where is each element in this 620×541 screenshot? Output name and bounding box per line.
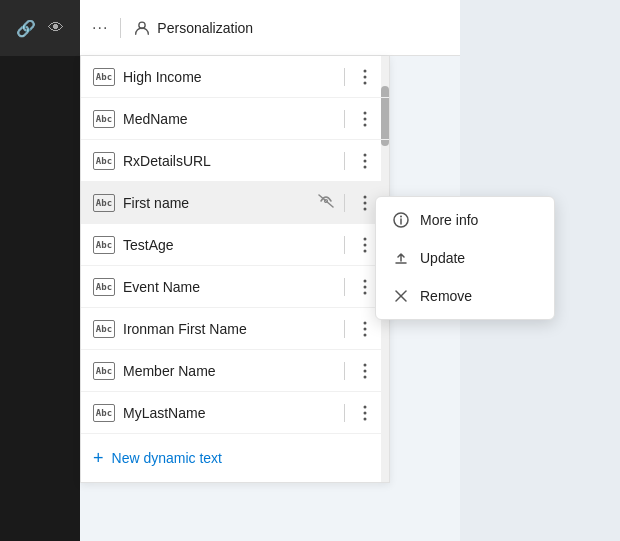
abc-icon: Abc [93,194,115,212]
item-right-icons [340,359,377,383]
svg-point-2 [364,75,367,78]
item-menu-button[interactable] [353,107,377,131]
item-right-icons [340,317,377,341]
item-menu-button[interactable] [353,233,377,257]
left-toolbar: 🔗 👁 [0,0,80,56]
item-separator [344,194,345,212]
update-icon [392,249,410,267]
svg-point-15 [364,237,367,240]
item-right-icons [340,401,377,425]
svg-point-28 [364,411,367,414]
item-separator [344,278,345,296]
context-menu-label-remove: Remove [420,288,472,304]
toolbar: ··· Personalization [80,0,460,56]
item-menu-button[interactable] [353,149,377,173]
svg-point-9 [364,165,367,168]
more-info-icon [392,211,410,229]
svg-point-29 [364,417,367,420]
svg-point-8 [364,159,367,162]
svg-point-12 [364,195,367,198]
svg-point-19 [364,285,367,288]
toolbar-title-area: Personalization [133,19,253,37]
svg-point-16 [364,243,367,246]
dropdown-item[interactable]: AbcTestAge [81,224,389,266]
abc-icon: Abc [93,404,115,422]
context-menu-label-update: Update [420,250,465,266]
item-menu-button[interactable] [353,317,377,341]
item-label: TestAge [123,237,340,253]
plus-icon: + [93,448,104,469]
dropdown-item[interactable]: AbcHigh Income [81,56,389,98]
dropdown-panel: AbcHigh Income AbcMedName AbcRxDetailsUR… [80,56,390,483]
svg-point-3 [364,81,367,84]
abc-icon: Abc [93,110,115,128]
dropdown-item[interactable]: AbcMember Name [81,350,389,392]
svg-point-24 [364,363,367,366]
item-right-icons [340,107,377,131]
item-menu-button[interactable] [353,65,377,89]
svg-point-1 [364,69,367,72]
item-menu-button[interactable] [353,191,377,215]
context-menu-item-update[interactable]: Update [376,239,554,277]
dropdown-item[interactable]: AbcIronman First Name [81,308,389,350]
item-label: MyLastName [123,405,340,421]
item-right-icons [340,233,377,257]
item-label: First name [123,195,318,211]
eye-icon[interactable]: 👁 [48,19,64,37]
item-label: High Income [123,69,340,85]
abc-icon: Abc [93,320,115,338]
person-icon [133,19,151,37]
item-label: Event Name [123,279,340,295]
svg-point-5 [364,117,367,120]
item-label: RxDetailsURL [123,153,340,169]
background-left [0,0,80,541]
abc-icon: Abc [93,236,115,254]
item-separator [344,320,345,338]
new-dynamic-text-label: New dynamic text [112,450,222,466]
dropdown-item[interactable]: AbcMedName [81,98,389,140]
context-menu-item-more-info[interactable]: More info [376,201,554,239]
new-dynamic-text-button[interactable]: + New dynamic text [81,434,389,482]
dropdown-item[interactable]: AbcFirst name [81,182,389,224]
svg-point-32 [400,216,402,218]
svg-point-25 [364,369,367,372]
toolbar-divider [120,18,121,38]
item-menu-button[interactable] [353,275,377,299]
warning-icon [318,194,334,211]
remove-icon [392,287,410,305]
dropdown-item[interactable]: AbcRxDetailsURL [81,140,389,182]
item-separator [344,152,345,170]
item-menu-button[interactable] [353,401,377,425]
svg-point-7 [364,153,367,156]
item-right-icons [340,149,377,173]
link-icon[interactable]: 🔗 [16,19,36,38]
toolbar-title-text: Personalization [157,20,253,36]
abc-icon: Abc [93,152,115,170]
svg-point-17 [364,249,367,252]
abc-icon: Abc [93,278,115,296]
svg-point-27 [364,405,367,408]
more-options-button[interactable]: ··· [92,19,108,37]
svg-point-13 [364,201,367,204]
svg-point-26 [364,375,367,378]
svg-point-18 [364,279,367,282]
svg-point-21 [364,321,367,324]
context-menu-item-remove[interactable]: Remove [376,277,554,315]
dropdown-items-list: AbcHigh Income AbcMedName AbcRxDetailsUR… [81,56,389,434]
svg-point-22 [364,327,367,330]
item-right-icons [340,275,377,299]
context-menu-label-more-info: More info [420,212,478,228]
svg-point-20 [364,291,367,294]
item-separator [344,236,345,254]
item-menu-button[interactable] [353,359,377,383]
item-right-icons [318,191,377,215]
svg-point-4 [364,111,367,114]
dropdown-item[interactable]: AbcEvent Name [81,266,389,308]
abc-icon: Abc [93,362,115,380]
item-separator [344,404,345,422]
svg-point-23 [364,333,367,336]
item-separator [344,68,345,86]
svg-point-14 [364,207,367,210]
item-right-icons [340,65,377,89]
dropdown-item[interactable]: AbcMyLastName [81,392,389,434]
